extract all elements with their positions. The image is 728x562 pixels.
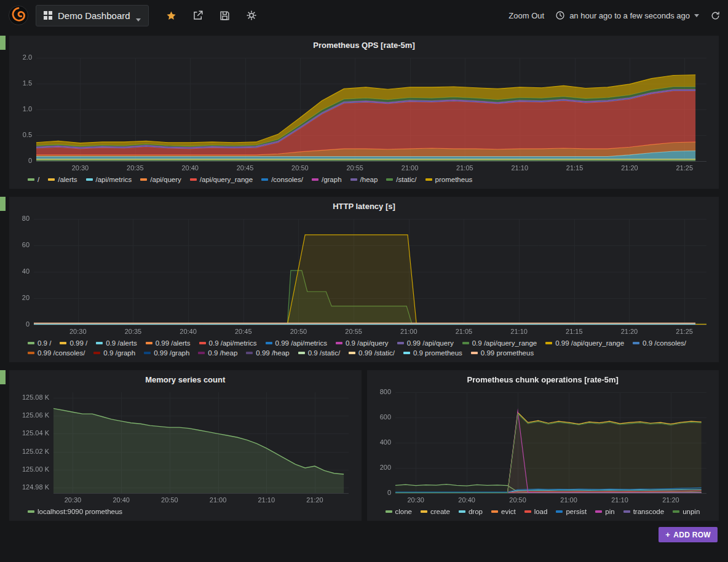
legend-item[interactable]: create <box>421 508 450 515</box>
grafana-app: Demo Dashboard <box>0 0 728 548</box>
legend-swatch <box>397 342 404 344</box>
legend-item[interactable]: clone <box>386 508 413 515</box>
legend-item[interactable]: 0.9 prometheus <box>403 349 462 357</box>
legend-item[interactable]: /api/query_range <box>190 176 253 183</box>
legend-swatch <box>459 510 465 513</box>
legend-item[interactable]: /alerts <box>48 176 77 183</box>
row-qps: Prometheus QPS [rate-5m] //alerts/api/me… <box>9 36 719 189</box>
panel-title[interactable]: Memory series count <box>9 370 362 386</box>
legend-item[interactable]: 0.99 /heap <box>246 349 289 357</box>
dashboard-picker[interactable]: Demo Dashboard <box>36 5 149 26</box>
row-collapse-handle[interactable] <box>0 197 6 211</box>
legend-swatch <box>261 178 268 181</box>
panel-title[interactable]: HTTP latency [s] <box>9 197 719 213</box>
legend-item[interactable]: 0.99 /api/query_range <box>545 339 624 347</box>
legend-item[interactable]: 0.99 / <box>60 339 87 347</box>
legend-item[interactable]: 0.99 /graph <box>144 349 189 357</box>
qps-chart[interactable] <box>15 53 713 173</box>
legend-item[interactable]: 0.99 prometheus <box>471 349 534 357</box>
legend-label: 0.99 /static/ <box>358 349 395 357</box>
zoom-out-button[interactable]: Zoom Out <box>508 11 544 20</box>
legend-swatch <box>673 510 679 513</box>
legend-item[interactable]: 0.9 /graph <box>93 349 135 357</box>
legend-item[interactable]: 0.9 /consoles/ <box>633 339 686 347</box>
legend-item[interactable]: transcode <box>623 508 665 515</box>
legend-label: 0.9 /static/ <box>308 349 340 357</box>
legend-item[interactable]: 0.9 /static/ <box>298 349 340 357</box>
legend-item[interactable]: unpin <box>673 508 700 515</box>
navbar: Demo Dashboard <box>0 0 728 31</box>
legend-item[interactable]: 0.99 /api/metrics <box>266 339 327 347</box>
star-button[interactable] <box>166 10 176 21</box>
legend-item[interactable]: evict <box>491 508 516 515</box>
save-icon <box>220 10 230 21</box>
legend-item[interactable]: 0.99 /alerts <box>146 339 191 347</box>
panel-title[interactable]: Prometheus chunk operations [rate-5m] <box>367 370 719 386</box>
share-icon <box>192 10 204 21</box>
legend-item[interactable]: /api/metrics <box>86 176 132 183</box>
legend-label: localhost:9090 prometheus <box>38 508 122 515</box>
legend-swatch <box>425 178 432 181</box>
legend-item[interactable]: /api/query <box>140 176 181 183</box>
gear-icon <box>246 10 257 21</box>
legend-item[interactable]: /static/ <box>386 176 416 183</box>
legend-label: 0.9 /consoles/ <box>643 339 686 347</box>
row-collapse-handle[interactable] <box>0 36 6 50</box>
legend-item[interactable]: 0.9 /alerts <box>96 339 137 347</box>
legend-item[interactable]: prometheus <box>425 176 473 183</box>
latency-legend: 0.9 /0.99 /0.9 /alerts0.99 /alerts0.9 /a… <box>9 337 719 362</box>
memory-legend: localhost:9090 prometheus <box>9 505 362 521</box>
legend-item[interactable]: 0.9 /api/query_range <box>462 339 537 347</box>
save-button[interactable] <box>220 10 230 21</box>
legend-item[interactable]: load <box>524 508 548 515</box>
legend-item[interactable]: 0.9 /api/query <box>336 339 389 347</box>
legend-item[interactable]: drop <box>459 508 483 515</box>
dashboards-grid-icon <box>44 11 52 20</box>
legend-label: /consoles/ <box>271 176 303 183</box>
panel-title[interactable]: Prometheus QPS [rate-5m] <box>9 36 719 52</box>
legend-swatch <box>246 352 253 354</box>
legend-swatch <box>491 510 498 513</box>
legend-item[interactable]: 0.9 / <box>28 339 51 347</box>
legend-swatch <box>28 510 34 513</box>
legend-item[interactable]: persist <box>556 508 587 515</box>
legend-item[interactable]: 0.9 /api/metrics <box>199 339 257 347</box>
share-button[interactable] <box>192 10 204 21</box>
legend-label: 0.99 /api/query_range <box>555 339 624 347</box>
legend-item[interactable]: 0.9 /heap <box>198 349 237 357</box>
latency-chart[interactable] <box>15 214 713 337</box>
dashboard-title: Demo Dashboard <box>58 10 130 21</box>
legend-item[interactable]: 0.99 /consoles/ <box>28 349 85 357</box>
row-collapse-handle[interactable] <box>0 370 6 384</box>
legend-swatch <box>48 178 55 181</box>
legend-swatch <box>28 178 34 181</box>
legend-label: /api/query_range <box>200 176 253 183</box>
chunk-ops-chart[interactable] <box>373 387 713 505</box>
legend-label: 0.99 prometheus <box>481 349 534 357</box>
panel-http-latency: HTTP latency [s] 0.9 /0.99 /0.9 /alerts0… <box>9 197 719 362</box>
refresh-button[interactable] <box>710 10 721 21</box>
grafana-logo[interactable] <box>7 4 30 26</box>
legend-item[interactable]: /graph <box>312 176 342 183</box>
legend-item[interactable]: / <box>28 176 39 183</box>
legend-item[interactable]: 0.99 /static/ <box>349 349 395 357</box>
legend-label: 0.9 /alerts <box>106 339 137 347</box>
legend-item[interactable]: 0.99 /api/query <box>397 339 454 347</box>
legend-label: transcode <box>633 508 665 515</box>
legend-item[interactable]: /heap <box>350 176 378 183</box>
time-range-picker[interactable]: an hour ago to a few seconds ago <box>555 10 699 20</box>
legend-swatch <box>556 510 563 513</box>
legend-swatch <box>595 510 602 513</box>
legend-label: 0.99 /heap <box>256 349 289 357</box>
legend-item[interactable]: localhost:9090 prometheus <box>28 508 122 515</box>
add-row-button[interactable]: + ADD ROW <box>659 527 718 542</box>
legend-item[interactable]: /consoles/ <box>261 176 303 183</box>
legend-label: prometheus <box>435 176 473 183</box>
legend-swatch <box>93 352 100 354</box>
memory-chart[interactable] <box>15 387 355 505</box>
settings-button[interactable] <box>246 10 257 21</box>
legend-label: pin <box>605 508 614 515</box>
legend-swatch <box>350 178 357 181</box>
legend-label: 0.99 /consoles/ <box>38 349 85 357</box>
legend-item[interactable]: pin <box>595 508 614 515</box>
